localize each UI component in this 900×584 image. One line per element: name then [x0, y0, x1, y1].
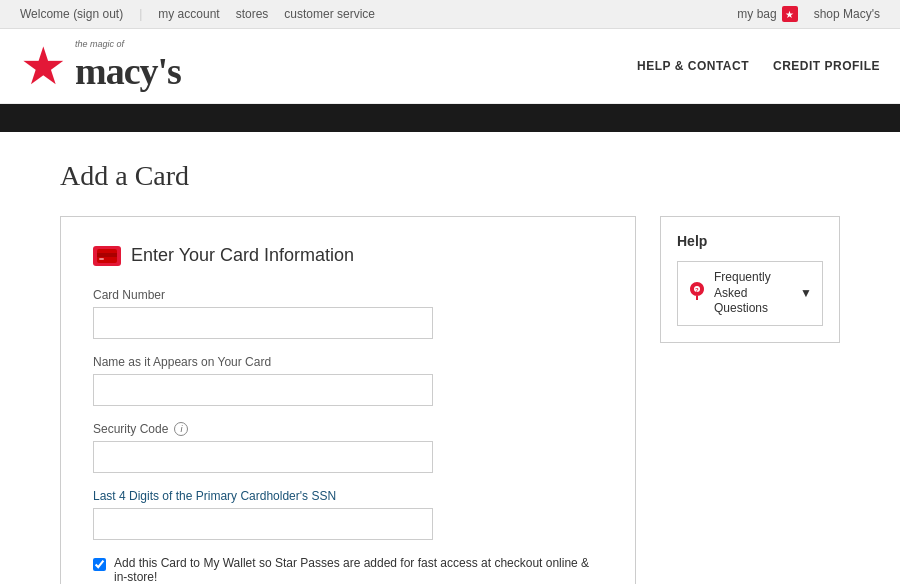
- credit-card-icon: [93, 246, 121, 266]
- ssn-group: Last 4 Digits of the Primary Cardholder'…: [93, 489, 603, 540]
- ssn-label: Last 4 Digits of the Primary Cardholder'…: [93, 489, 603, 503]
- card-name-input[interactable]: [93, 374, 433, 406]
- customer-service-link[interactable]: customer service: [284, 7, 375, 21]
- faq-chevron-down-icon: ▼: [800, 286, 812, 300]
- info-icon[interactable]: i: [174, 422, 188, 436]
- svg-rect-1: [97, 253, 117, 257]
- top-bar-right: my bag ★ shop Macy's: [737, 6, 880, 22]
- form-section-label: Enter Your Card Information: [131, 245, 354, 266]
- security-code-label-row: Security Code i: [93, 422, 603, 436]
- logo-magic-text: the magic of: [75, 39, 181, 49]
- help-sidebar: Help ? Frequently Asked Questions ▼: [660, 216, 840, 343]
- help-title: Help: [677, 233, 823, 249]
- star-badge-icon: ★: [782, 6, 798, 22]
- my-bag-link[interactable]: my bag ★: [737, 6, 797, 22]
- main-content: Add a Card Enter Your Card Information C…: [0, 132, 900, 584]
- card-number-group: Card Number: [93, 288, 603, 339]
- security-code-input[interactable]: [93, 441, 433, 473]
- page-title: Add a Card: [60, 160, 840, 192]
- faq-dropdown[interactable]: ? Frequently Asked Questions ▼: [677, 261, 823, 326]
- faq-text: Frequently Asked Questions: [714, 270, 792, 317]
- logo-macys-text: macy's: [75, 49, 181, 93]
- top-bar-left: Welcome (sign out) | my account stores c…: [20, 7, 375, 21]
- form-area: Enter Your Card Information Card Number …: [60, 216, 840, 584]
- ssn-input[interactable]: [93, 508, 433, 540]
- security-code-label-text: Security Code: [93, 422, 168, 436]
- top-bar: Welcome (sign out) | my account stores c…: [0, 0, 900, 29]
- shop-macys-link[interactable]: shop Macy's: [814, 7, 880, 21]
- form-section-title: Enter Your Card Information: [93, 245, 603, 266]
- header-nav: HELP & CONTACT CREDIT PROFILE: [637, 59, 880, 73]
- header: ★ the magic of macy's HELP & CONTACT CRE…: [0, 29, 900, 104]
- faq-icon: ?: [688, 281, 706, 305]
- card-name-group: Name as it Appears on Your Card: [93, 355, 603, 406]
- separator: |: [139, 7, 142, 21]
- help-contact-link[interactable]: HELP & CONTACT: [637, 59, 749, 73]
- stores-link[interactable]: stores: [236, 7, 269, 21]
- wallet-checkbox[interactable]: [93, 558, 106, 571]
- card-number-label: Card Number: [93, 288, 603, 302]
- credit-profile-link[interactable]: CREDIT PROFILE: [773, 59, 880, 73]
- svg-rect-2: [99, 258, 104, 260]
- logo-text: the magic of macy's: [75, 39, 181, 93]
- card-name-label: Name as it Appears on Your Card: [93, 355, 603, 369]
- wallet-checkbox-label: Add this Card to My Wallet so Star Passe…: [114, 556, 603, 584]
- logo-star-icon: ★: [20, 40, 67, 92]
- svg-text:?: ?: [695, 287, 699, 293]
- form-card: Enter Your Card Information Card Number …: [60, 216, 636, 584]
- my-account-link[interactable]: my account: [158, 7, 219, 21]
- security-code-group: Security Code i: [93, 422, 603, 473]
- welcome-text[interactable]: Welcome (sign out): [20, 7, 123, 21]
- wallet-checkbox-row: Add this Card to My Wallet so Star Passe…: [93, 556, 603, 584]
- black-bar: [0, 104, 900, 132]
- card-number-input[interactable]: [93, 307, 433, 339]
- logo[interactable]: ★ the magic of macy's: [20, 39, 181, 93]
